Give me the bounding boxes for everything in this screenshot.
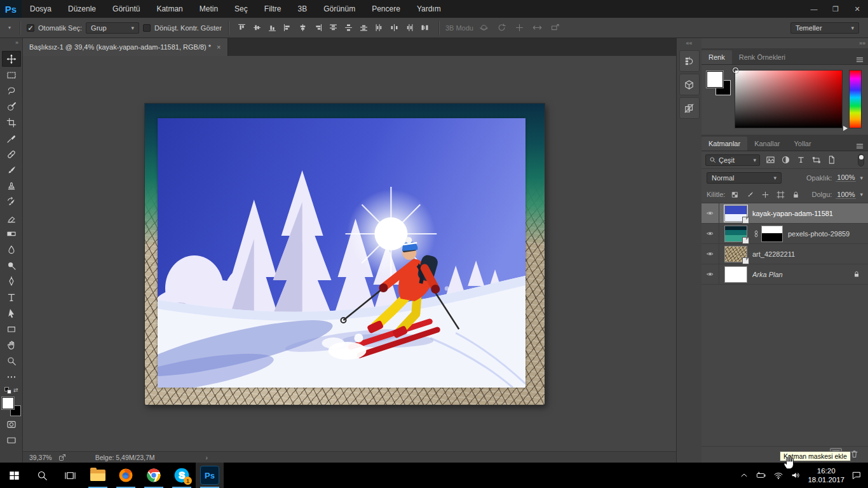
adjustment-layers-filter-icon[interactable] — [778, 154, 793, 166]
visibility-eye-icon[interactable] — [702, 264, 719, 284]
menu-item-seç[interactable]: Seç — [226, 0, 256, 18]
dist-h-center-icon[interactable] — [388, 21, 402, 35]
dist-v-center-icon[interactable] — [342, 21, 356, 35]
taskbar-task-view-icon[interactable] — [56, 463, 84, 488]
minimize-button[interactable]: — — [803, 0, 825, 18]
layer-filter-dropdown[interactable]: Çeşit▾ — [705, 154, 760, 166]
menu-item-görüntü[interactable]: Görüntü — [104, 0, 148, 18]
menu-item-3b[interactable]: 3B — [289, 0, 315, 18]
tool-quick-select[interactable] — [2, 98, 21, 114]
tool-brush[interactable] — [2, 162, 21, 178]
dock-collapse-icon[interactable]: «« — [677, 38, 702, 48]
tool-eraser[interactable] — [2, 210, 21, 226]
color-saturation-field[interactable] — [735, 70, 843, 128]
screen-mode-button[interactable] — [2, 432, 21, 448]
dist-bottom-icon[interactable] — [357, 21, 371, 35]
wifi-icon[interactable] — [773, 470, 783, 480]
battery-icon[interactable] — [756, 470, 766, 480]
zoom-level[interactable]: 39,37% — [29, 454, 52, 461]
menu-item-katman[interactable]: Katman — [148, 0, 191, 18]
menu-item-metin[interactable]: Metin — [191, 0, 226, 18]
taskbar-photoshop-icon[interactable]: Ps — [196, 463, 224, 488]
canvas-area[interactable] — [23, 56, 676, 451]
taskbar-skype-icon[interactable]: S1 — [168, 463, 196, 488]
layer-row-kayak-yapan-adam-11581[interactable]: kayak-yapan-adam-11581 — [702, 203, 868, 224]
tool-spot-healing[interactable] — [2, 146, 21, 162]
layer-thumbnail[interactable] — [724, 266, 747, 283]
delete-layer-button[interactable] — [850, 449, 859, 459]
tray-chevron-icon[interactable] — [739, 470, 749, 480]
color-panel-menu-icon[interactable] — [855, 55, 864, 64]
panel-foreground-swatch[interactable] — [707, 71, 723, 88]
layer-mask-thumbnail[interactable] — [761, 226, 783, 242]
3d-panel-icon[interactable] — [679, 74, 700, 95]
default-colors-icon[interactable]: ⇄ — [4, 387, 18, 396]
pixel-layers-filter-icon[interactable] — [763, 154, 778, 166]
tool-crop[interactable] — [2, 114, 21, 130]
show-transform-checkbox[interactable] — [143, 24, 151, 32]
menu-item-pencere[interactable]: Pencere — [363, 0, 409, 18]
align-left-icon[interactable] — [281, 21, 295, 35]
lock-move-icon[interactable] — [760, 189, 771, 200]
tool-pen[interactable] — [2, 273, 21, 289]
shape-layers-filter-icon[interactable] — [808, 154, 824, 166]
document-canvas[interactable] — [145, 104, 545, 405]
tool-dodge[interactable] — [2, 257, 21, 273]
hue-slider[interactable] — [849, 70, 862, 128]
dist-right-icon[interactable] — [403, 21, 417, 35]
dock-expand-icon[interactable]: »» — [859, 38, 865, 48]
visibility-eye-icon[interactable] — [702, 203, 719, 223]
clock[interactable]: 16:20 18.01.2017 — [808, 466, 844, 485]
tool-eyedropper[interactable] — [2, 130, 21, 146]
tool-blur[interactable] — [2, 241, 21, 257]
tool-lasso[interactable] — [2, 83, 21, 98]
layer-thumbnail[interactable] — [724, 205, 747, 222]
taskbar-chrome-icon[interactable] — [140, 463, 168, 488]
visibility-eye-icon[interactable] — [702, 224, 719, 243]
align-bottom-icon[interactable] — [266, 21, 280, 35]
tool-hand[interactable] — [2, 337, 21, 353]
move-tool-icon[interactable]: ▾ — [4, 25, 13, 30]
workspace-dropdown[interactable]: Temeller▾ — [790, 22, 859, 34]
blend-mode-dropdown[interactable]: Normal▾ — [707, 172, 782, 184]
type-layers-filter-icon[interactable] — [793, 154, 808, 166]
dist-left-icon[interactable] — [372, 21, 386, 35]
layer-name[interactable]: pexels-photo-29859 — [788, 230, 850, 238]
history-panel-icon[interactable] — [679, 50, 700, 72]
auto-select-mode-dropdown[interactable]: Grup▾ — [86, 22, 139, 34]
align-top-icon[interactable] — [235, 21, 249, 35]
dist-top-icon[interactable] — [327, 21, 341, 35]
tool-path-select[interactable] — [2, 305, 21, 321]
auto-select-checkbox[interactable]: ✓ — [27, 24, 34, 32]
opacity-value[interactable]: 100% — [836, 173, 856, 182]
tab-renk-örnekleri[interactable]: Renk Örnekleri — [732, 50, 792, 64]
layer-thumbnail[interactable] — [724, 246, 747, 262]
layer-thumbnail[interactable] — [724, 226, 747, 242]
tool-rectangle[interactable] — [2, 321, 21, 337]
layer-name[interactable]: art_42282211 — [752, 250, 795, 258]
tool-zoom[interactable] — [2, 353, 21, 369]
edit-toolbar-icon[interactable] — [2, 369, 21, 384]
layer-row-arka-plan[interactable]: Arka Plan — [702, 264, 868, 285]
taskbar-explorer-icon[interactable] — [84, 463, 112, 488]
volume-icon[interactable] — [790, 470, 801, 480]
fill-value[interactable]: 100% — [836, 191, 856, 199]
tab-close-icon[interactable]: × — [217, 43, 220, 51]
align-right-icon[interactable] — [311, 21, 325, 35]
menu-item-filtre[interactable]: Filtre — [256, 0, 290, 18]
foreground-color-swatch[interactable] — [2, 397, 14, 409]
layers-panel-menu-icon[interactable] — [855, 142, 864, 151]
menu-item-dosya[interactable]: Dosya — [22, 0, 60, 18]
tab-renk[interactable]: Renk — [702, 50, 732, 64]
layer-name[interactable]: Arka Plan — [752, 271, 783, 278]
tool-rect-marquee[interactable] — [2, 67, 21, 83]
export-icon[interactable] — [58, 454, 66, 461]
quick-mask-button[interactable] — [2, 416, 21, 432]
align-h-center-icon[interactable] — [296, 21, 310, 35]
taskbar-search-icon[interactable] — [28, 463, 56, 488]
status-chevron-icon[interactable]: › — [206, 454, 208, 461]
taskbar-start-icon[interactable] — [0, 463, 28, 488]
tool-history-brush[interactable] — [2, 194, 21, 210]
close-button[interactable]: ✕ — [846, 0, 868, 18]
lock-paint-icon[interactable] — [745, 189, 756, 200]
